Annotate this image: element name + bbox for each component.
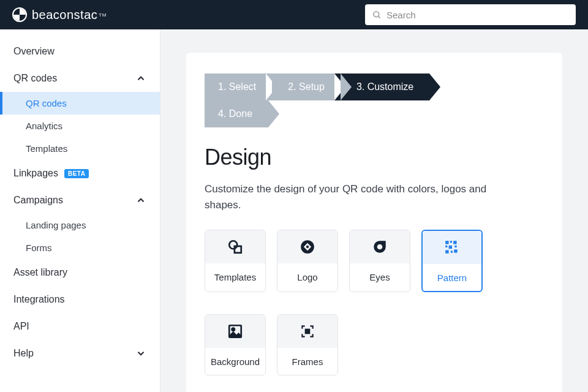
tool-frames[interactable]: Frames [277,314,338,375]
sidebar-sub-label: Landing pages [26,220,86,230]
sidebar-sub-label: Forms [26,243,52,253]
step-label: 1. Select [218,81,256,92]
sidebar-item-asset-library[interactable]: Asset library [0,259,160,286]
sidebar-sub-templates[interactable]: Templates [0,137,160,160]
search-icon [372,10,382,20]
tool-label: Logo [297,272,317,282]
logo-icon [277,230,337,263]
sidebar-sub-analytics[interactable]: Analytics [0,115,160,137]
sidebar-item-help[interactable]: Help [0,340,160,367]
page-subtitle: Customize the design of your QR code wit… [205,181,523,213]
tool-templates[interactable]: Templates [205,230,266,292]
sidebar-item-campaigns[interactable]: Campaigns [0,187,160,214]
chevron-up-icon [135,73,146,84]
svg-point-8 [377,244,383,250]
content-card: 1. Select 2. Setup 3. Customize 4. Done … [186,53,562,392]
sidebar-sub-label: Templates [26,143,67,154]
step-done[interactable]: 4. Done [205,100,268,127]
svg-rect-13 [449,246,452,249]
tool-label: Eyes [369,272,390,282]
svg-rect-9 [445,241,448,244]
design-tool-grid: Templates Logo Eyes [205,230,544,375]
sidebar-label: Overview [13,46,55,57]
search-input[interactable] [386,10,568,20]
sidebar-sub-forms[interactable]: Forms [0,236,160,259]
sidebar-sub-label: QR codes [26,98,67,108]
tool-label: Pattern [437,273,467,283]
sidebar-item-overview[interactable]: Overview [0,38,160,65]
sidebar-label: Asset library [13,267,67,278]
svg-rect-16 [451,251,453,252]
sidebar-label: Help [13,348,34,359]
svg-point-19 [232,328,235,331]
tool-background[interactable]: Background [205,314,266,375]
step-label: 3. Customize [356,81,413,92]
sidebar-item-integrations[interactable]: Integrations [0,286,160,313]
frames-icon [277,315,337,348]
tool-label: Templates [214,272,256,282]
main-content: 1. Select 2. Setup 3. Customize 4. Done … [160,29,588,392]
sidebar-label: Linkpages [13,168,58,179]
chevron-up-icon [135,195,146,206]
svg-rect-20 [305,329,311,334]
brand-logo: beaconstacTM [12,7,107,22]
tool-label: Frames [292,356,323,367]
brand-tm: TM [99,12,107,18]
step-select[interactable]: 1. Select [205,74,272,100]
sidebar-sub-label: Analytics [26,121,62,131]
templates-icon [205,230,265,263]
sidebar: Overview QR codes QR codes Analytics Tem… [0,29,160,392]
sidebar-label: API [13,321,29,332]
tool-label: Background [211,356,260,367]
search-container [365,4,576,25]
tool-logo[interactable]: Logo [277,230,338,292]
pattern-icon [423,231,481,264]
page-title: Design [205,145,544,170]
eyes-icon [350,230,410,263]
tool-pattern[interactable]: Pattern [421,230,483,292]
sidebar-item-linkpages[interactable]: Linkpages BETA [0,160,160,187]
svg-rect-12 [445,246,447,247]
svg-point-1 [374,11,379,17]
step-label: 2. Setup [288,81,325,92]
sidebar-sub-qr-codes[interactable]: QR codes [0,92,160,115]
sidebar-label: Integrations [13,294,65,305]
step-label: 4. Done [218,108,252,119]
svg-line-2 [378,16,380,18]
svg-rect-11 [453,241,456,244]
svg-rect-14 [454,246,456,247]
search-box[interactable] [365,4,576,25]
chevron-down-icon [135,348,146,359]
svg-point-3 [229,241,237,249]
brand-icon [12,7,27,22]
beta-badge: BETA [64,169,89,178]
brand-name: beaconstac [32,8,97,22]
svg-point-7 [306,246,309,248]
sidebar-item-qr-codes[interactable]: QR codes [0,65,160,92]
svg-rect-15 [445,250,448,253]
background-icon [205,315,265,348]
svg-rect-17 [454,249,457,252]
sidebar-label: Campaigns [13,195,63,206]
svg-rect-10 [450,241,452,243]
wizard-steps: 1. Select 2. Setup 3. Customize 4. Done [205,74,544,127]
sidebar-label: QR codes [13,73,57,84]
tool-eyes[interactable]: Eyes [349,230,410,292]
sidebar-item-api[interactable]: API [0,313,160,340]
sidebar-sub-landing-pages[interactable]: Landing pages [0,214,160,236]
top-bar: beaconstacTM [0,0,588,29]
